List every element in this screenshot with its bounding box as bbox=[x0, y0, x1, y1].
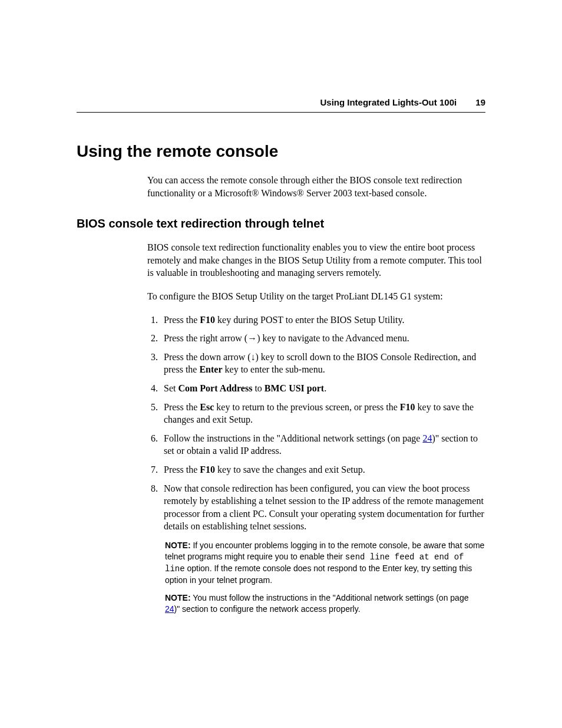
list-item: Press the Esc key to return to the previ… bbox=[160, 401, 485, 426]
heading-sub: BIOS console text redirection through te… bbox=[77, 217, 485, 230]
heading-main: Using the remote console bbox=[77, 142, 485, 161]
note-block: NOTE: If you encounter problems logging … bbox=[165, 540, 485, 586]
text: key to enter the sub-menu. bbox=[223, 364, 325, 374]
ordered-list: Press the F10 key during POST to enter t… bbox=[147, 314, 485, 533]
note-text: option. If the remote console does not r… bbox=[165, 564, 472, 585]
note-text: You must follow the instructions in the … bbox=[191, 593, 469, 602]
note-text: )" section to configure the network acce… bbox=[174, 604, 361, 614]
page-number: 19 bbox=[475, 97, 485, 107]
text: key to return to the previous screen, or… bbox=[214, 402, 399, 412]
page-link[interactable]: 24 bbox=[422, 433, 432, 443]
bold-text: Com Port Address bbox=[178, 383, 252, 393]
list-item: Press the down arrow (↓) key to scroll d… bbox=[160, 351, 485, 376]
paragraph: To configure the BIOS Setup Utility on t… bbox=[147, 290, 485, 303]
bold-text: Esc bbox=[200, 402, 214, 412]
text: . bbox=[324, 383, 326, 393]
text: Press the bbox=[164, 465, 200, 475]
note-label: NOTE: bbox=[165, 593, 191, 602]
paragraph: BIOS console text redirection functional… bbox=[147, 241, 485, 279]
text: Press the bbox=[164, 402, 200, 412]
page-header: Using Integrated Lights-Out 100i 19 bbox=[77, 97, 485, 113]
bold-text: F10 bbox=[200, 315, 215, 325]
list-item: Press the F10 key during POST to enter t… bbox=[160, 314, 485, 327]
bold-text: F10 bbox=[400, 402, 415, 412]
list-item: Press the right arrow (→) key to navigat… bbox=[160, 332, 485, 345]
header-title: Using Integrated Lights-Out 100i bbox=[320, 97, 457, 107]
body-section-2: BIOS console text redirection functional… bbox=[147, 241, 485, 533]
text: Follow the instructions in the "Addition… bbox=[164, 433, 422, 443]
list-item: Set Com Port Address to BMC USI port. bbox=[160, 382, 485, 395]
text: to bbox=[252, 383, 264, 393]
text: Press the bbox=[164, 315, 200, 325]
list-item: Now that console redirection has been co… bbox=[160, 482, 485, 533]
text: key to save the changes and exit Setup. bbox=[215, 465, 365, 475]
text: Set bbox=[164, 383, 178, 393]
bold-text: Enter bbox=[199, 364, 222, 374]
page: Using Integrated Lights-Out 100i 19 Usin… bbox=[0, 0, 562, 615]
body-section: You can access the remote console throug… bbox=[147, 174, 485, 199]
note-block: NOTE: You must follow the instructions i… bbox=[165, 592, 485, 615]
list-item: Press the F10 key to save the changes an… bbox=[160, 463, 485, 476]
list-item: Follow the instructions in the "Addition… bbox=[160, 432, 485, 457]
page-link[interactable]: 24 bbox=[165, 604, 174, 614]
note-label: NOTE: bbox=[165, 541, 191, 550]
text: key during POST to enter the BIOS Setup … bbox=[215, 315, 404, 325]
intro-paragraph: You can access the remote console throug… bbox=[147, 174, 485, 199]
bold-text: BMC USI port bbox=[265, 383, 324, 393]
bold-text: F10 bbox=[200, 465, 215, 475]
